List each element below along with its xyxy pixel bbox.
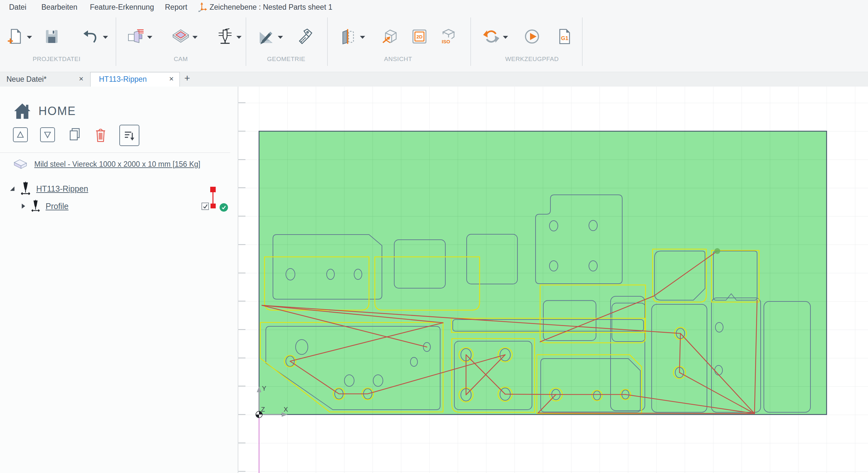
triangle-up-icon [15, 129, 26, 140]
axis-label-y: Y [262, 385, 266, 392]
ribbon-group-label: CAM [132, 56, 229, 63]
check-icon [221, 205, 226, 210]
tab-label: HT113-Rippen [99, 75, 147, 84]
draw-geometry-dropdown[interactable] [278, 36, 283, 39]
operation-tool-icon [20, 181, 32, 196]
home-title: HOME [38, 104, 76, 118]
current-position-dot [714, 248, 720, 254]
operation-range-handle-bottom[interactable] [211, 204, 216, 208]
sheet-material-icon [13, 158, 28, 170]
simulate-play-icon [523, 28, 541, 45]
tree-profile-label[interactable]: Profile [45, 202, 68, 211]
pocket-icon [172, 28, 189, 45]
ribbon-separator [116, 18, 116, 66]
operation-range-line [213, 192, 213, 204]
regenerate-button[interactable] [483, 28, 508, 45]
tree-root-label[interactable]: HT113-Rippen [36, 184, 88, 194]
drill-dropdown[interactable] [237, 36, 242, 39]
panel-divider [0, 153, 230, 153]
regenerate-dropdown[interactable] [503, 36, 508, 39]
ribbon-group-label: WERKZEUGPFAD [484, 56, 581, 63]
cutting-head-dropdown[interactable] [147, 36, 152, 39]
menu-feature-erkennung[interactable]: Feature-Erkennung [90, 0, 154, 14]
move-up-button[interactable] [13, 127, 28, 142]
sheet[interactable] [259, 131, 827, 414]
cutting-head-button[interactable] [127, 28, 152, 45]
drill-icon [216, 28, 234, 45]
svg-text:G1: G1 [561, 35, 568, 41]
tab-label: Neue Datei* [6, 75, 46, 84]
triangle-down-icon [42, 129, 53, 140]
tab-neue-datei[interactable]: Neue Datei* × [0, 72, 87, 87]
draw-geometry-button[interactable] [257, 28, 283, 45]
ribbon-group-label: PROJEKTDATEI [8, 56, 105, 63]
ribbon-separator [582, 18, 583, 66]
draw-geometry-icon [257, 28, 275, 45]
nesting-drawing: Y X Z [238, 87, 868, 473]
menu-bearbeiten[interactable]: Bearbeiten [41, 0, 77, 14]
view-cube-icon [381, 28, 398, 45]
save-icon [43, 28, 60, 45]
status-ok-badge [220, 203, 228, 212]
gcode-button[interactable]: G1 [556, 28, 573, 45]
caliper-button[interactable] [298, 28, 315, 45]
home-icon [13, 103, 31, 120]
app-window: { "app": { "menu": ["Datei", "Bearbeiten… [0, 0, 868, 473]
axis-label-z: Z [261, 406, 265, 413]
new-tab-button[interactable]: + [184, 73, 190, 84]
tab-close-icon[interactable]: × [169, 74, 174, 83]
save-button[interactable] [43, 28, 60, 45]
menu-datei[interactable]: Datei [9, 0, 27, 14]
tab-strip: Neue Datei* × HT113-Rippen × + [0, 72, 868, 87]
tree-node-root: HT113-Rippen [10, 181, 88, 196]
iso-view-button[interactable]: ISO [440, 28, 457, 45]
copy-icon [68, 127, 82, 142]
drill-button[interactable] [216, 28, 242, 45]
ribbon-group-label: ANSICHT [350, 56, 446, 63]
undo-icon [83, 28, 100, 45]
ribbon-group-label: GEOMETRIE [238, 56, 335, 63]
undo-button[interactable] [83, 28, 108, 45]
tree-collapsed-icon[interactable] [21, 204, 26, 209]
pocket-dropdown[interactable] [192, 36, 197, 39]
viewport[interactable]: Editiere Geometrie [238, 87, 868, 473]
sort-list-icon [123, 129, 136, 142]
section-view-button[interactable] [340, 28, 365, 45]
undo-dropdown[interactable] [103, 36, 108, 39]
copy-button[interactable] [67, 127, 82, 142]
cutting-head-icon [127, 28, 144, 45]
svg-text:2D: 2D [416, 34, 422, 39]
delete-button[interactable] [93, 127, 108, 142]
tab-close-icon[interactable]: × [79, 74, 84, 83]
iso-view-icon: ISO [440, 28, 457, 45]
regenerate-icon [483, 28, 500, 45]
pocket-button[interactable] [172, 28, 197, 45]
trash-icon [93, 127, 108, 142]
view-cube-button[interactable] [381, 28, 398, 45]
2d-view-button[interactable]: 2D [411, 28, 428, 45]
menu-bar: Datei Bearbeiten Feature-Erkennung Repor… [0, 0, 868, 14]
operation-tool-icon [30, 199, 41, 213]
check-icon [203, 204, 208, 209]
gcode-icon: G1 [556, 28, 573, 45]
sidebar: HOME [0, 87, 238, 473]
caliper-icon [298, 28, 315, 45]
menu-report[interactable]: Report [165, 0, 187, 14]
section-view-dropdown[interactable] [360, 36, 365, 39]
2d-view-icon: 2D [411, 28, 428, 45]
tree-node-profile: Profile [21, 199, 68, 213]
tab-ht113-rippen[interactable]: HT113-Rippen × [90, 72, 180, 87]
operation-range-handle-top[interactable] [210, 187, 216, 192]
ribbon: 2D ISO [0, 14, 868, 72]
profile-visibility-checkbox[interactable] [202, 203, 209, 210]
svg-text:ISO: ISO [442, 39, 450, 44]
new-file-button[interactable] [6, 28, 32, 45]
move-down-button[interactable] [40, 127, 55, 142]
new-file-dropdown[interactable] [27, 36, 32, 39]
drawing-plane-label: Zeichenebene : Nested Parts sheet 1 [210, 3, 333, 12]
tree-expanded-icon[interactable] [10, 186, 15, 191]
drawing-plane-control[interactable]: Zeichenebene : Nested Parts sheet 1 [198, 0, 333, 14]
sort-operations-button[interactable] [119, 125, 140, 146]
simulate-play-button[interactable] [523, 28, 541, 45]
material-link[interactable]: Mild steel - Viereck 1000 x 2000 x 10 mm… [34, 160, 200, 169]
